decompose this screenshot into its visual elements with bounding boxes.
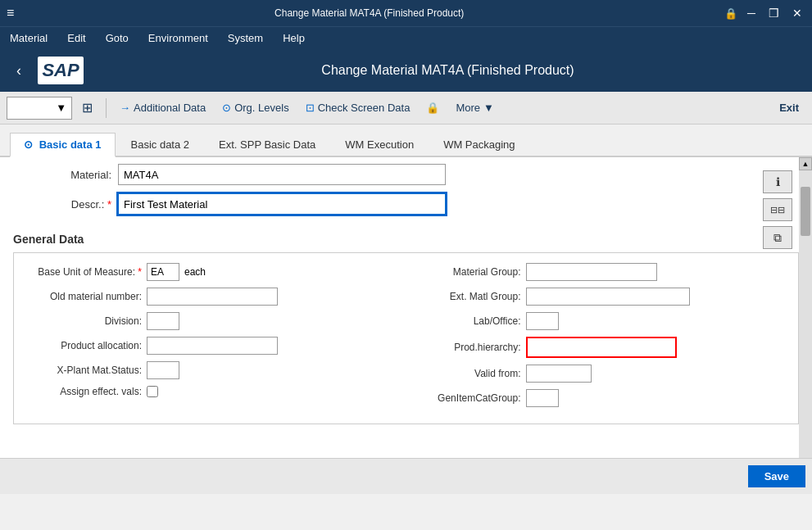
- org-levels-button[interactable]: ⊙ Org. Levels: [215, 97, 295, 120]
- sap-header: ‹ SAP Change Material MAT4A (Finished Pr…: [0, 49, 812, 92]
- old-mat-num-input[interactable]: [147, 288, 278, 306]
- lab-office-label: Lab/Office:: [406, 315, 521, 327]
- product-alloc-label: Product allocation:: [27, 340, 142, 351]
- scrollbar[interactable]: ▲ ▼: [799, 157, 812, 494]
- general-data-title: General Data: [0, 233, 812, 246]
- check-screen-data-button[interactable]: ⊡ Check Screen Data: [299, 97, 417, 120]
- assign-eff-label: Assign effect. vals:: [27, 386, 142, 397]
- menu-item-help[interactable]: Help: [279, 30, 308, 46]
- xplant-status-row: X-Plant Mat.Status:: [27, 361, 406, 379]
- menu-item-edit[interactable]: Edit: [64, 30, 88, 46]
- xplant-status-label: X-Plant Mat.Status:: [27, 365, 142, 376]
- more-label: More: [456, 102, 480, 114]
- lab-office-input[interactable]: [526, 312, 559, 330]
- menu-item-system[interactable]: System: [225, 30, 266, 46]
- sap-logo-text: SAP: [42, 60, 79, 81]
- dropdown-arrow-icon: ▼: [56, 102, 66, 114]
- material-row: Material:: [13, 164, 799, 185]
- ext-matl-group-label: Ext. Matl Group:: [406, 291, 521, 302]
- descr-row: Descr.: *: [13, 193, 799, 215]
- check-icon: ⊡: [306, 102, 315, 114]
- tab-wm-packaging[interactable]: WM Packaging: [429, 133, 528, 156]
- prod-hierarchy-input[interactable]: [528, 338, 675, 356]
- title-bar-left: ≡: [7, 6, 14, 20]
- division-label: Division:: [27, 315, 142, 327]
- old-mat-num-row: Old material number:: [27, 288, 406, 306]
- base-uom-text: each: [184, 266, 206, 278]
- copy-button[interactable]: ⧉: [763, 226, 792, 249]
- ext-matl-group-row: Ext. Matl Group:: [406, 288, 786, 306]
- tab-basic-data-2[interactable]: Basic data 2: [117, 133, 204, 156]
- material-fields: Material: Descr.: *: [0, 157, 812, 226]
- general-data-section: General Data Base Unit of Measure: * eac…: [0, 233, 812, 424]
- product-alloc-input[interactable]: [147, 337, 278, 355]
- gen-item-cat-input[interactable]: [526, 389, 559, 407]
- menu-item-environment[interactable]: Environment: [145, 30, 211, 46]
- additional-data-label: Additional Data: [134, 102, 206, 114]
- minimize-button[interactable]: ─: [744, 5, 759, 21]
- prod-hierarchy-row: Prod.hierarchy:: [406, 337, 786, 358]
- tab-label-wm-exec: WM Execution: [345, 138, 414, 151]
- lock-icon: 🔒: [724, 7, 737, 20]
- assign-eff-row: Assign effect. vals:: [27, 386, 406, 397]
- back-button[interactable]: ‹: [10, 59, 28, 83]
- tab-wm-execution[interactable]: WM Execution: [331, 133, 428, 156]
- check-screen-data-label: Check Screen Data: [318, 102, 411, 114]
- toolbar-display-btn[interactable]: ⊞: [75, 97, 99, 120]
- close-button[interactable]: ✕: [789, 5, 805, 21]
- copy-icon: ⧉: [773, 231, 782, 245]
- menu-item-material[interactable]: Material: [7, 30, 51, 46]
- descr-input[interactable]: [118, 193, 446, 215]
- material-input[interactable]: [118, 164, 446, 185]
- tab-basic-data-1[interactable]: ⊙ Basic data 1: [10, 133, 116, 157]
- division-row: Division:: [27, 312, 406, 330]
- left-column: Base Unit of Measure: * each Old materia…: [27, 263, 406, 414]
- tab-icon-basic1: ⊙: [24, 138, 33, 151]
- base-uom-input[interactable]: [147, 263, 179, 281]
- sap-logo: SAP: [38, 57, 84, 84]
- menu-item-goto[interactable]: Goto: [102, 30, 132, 46]
- gen-item-cat-row: GenItemCatGroup:: [406, 389, 786, 407]
- lock-toolbar-icon: 🔒: [426, 102, 439, 114]
- compare-icon: ⊟⊟: [770, 205, 785, 215]
- tabs-bar: ⊙ Basic data 1 Basic data 2 Ext. SPP Bas…: [0, 125, 812, 157]
- valid-from-label: Valid from:: [406, 368, 521, 379]
- additional-data-button[interactable]: → Additional Data: [113, 97, 212, 120]
- more-button[interactable]: More ▼: [449, 97, 501, 120]
- base-uom-label: Base Unit of Measure: *: [27, 266, 142, 278]
- more-arrow-icon: ▼: [483, 102, 494, 114]
- lock-toolbar-btn[interactable]: 🔒: [420, 97, 446, 120]
- scroll-thumb[interactable]: [801, 187, 810, 236]
- tab-label-basic2: Basic data 2: [131, 138, 190, 151]
- assign-eff-checkbox[interactable]: [147, 386, 158, 397]
- gen-item-cat-label: GenItemCatGroup:: [406, 392, 521, 404]
- material-label: Material:: [13, 169, 111, 181]
- exit-button[interactable]: Exit: [773, 98, 805, 117]
- info-button[interactable]: ℹ: [763, 170, 792, 193]
- product-alloc-row: Product allocation:: [27, 337, 406, 355]
- valid-from-input[interactable]: [526, 365, 592, 383]
- division-input[interactable]: [147, 312, 179, 330]
- compare-button[interactable]: ⊟⊟: [763, 198, 792, 221]
- base-uom-row: Base Unit of Measure: * each: [27, 263, 406, 281]
- mat-group-row: Material Group:: [406, 263, 786, 281]
- toolbar-dropdown[interactable]: ▼: [7, 97, 72, 120]
- mat-group-input[interactable]: [526, 263, 657, 281]
- general-data-box: Base Unit of Measure: * each Old materia…: [13, 252, 799, 424]
- scroll-up-button[interactable]: ▲: [799, 157, 812, 170]
- save-button[interactable]: Save: [748, 465, 805, 487]
- menu-bar: Material Edit Goto Environment System He…: [0, 26, 812, 49]
- mat-group-label: Material Group:: [406, 266, 521, 278]
- lab-office-row: Lab/Office:: [406, 312, 786, 330]
- org-levels-label: Org. Levels: [234, 102, 288, 114]
- tab-ext-spp[interactable]: Ext. SPP Basic Data: [205, 133, 329, 156]
- window-title: Change Material MAT4A (Finished Product): [274, 7, 464, 19]
- info-icon: ℹ: [776, 175, 780, 188]
- xplant-status-input[interactable]: [147, 361, 179, 379]
- toolbar: ▼ ⊞ → Additional Data ⊙ Org. Levels ⊡ Ch…: [0, 92, 812, 125]
- descr-label: Descr.: *: [13, 198, 111, 211]
- restore-button[interactable]: ❒: [765, 5, 783, 21]
- ext-matl-group-input[interactable]: [526, 288, 690, 306]
- bottom-bar: Save: [0, 458, 812, 494]
- display-icon: ⊞: [82, 100, 93, 116]
